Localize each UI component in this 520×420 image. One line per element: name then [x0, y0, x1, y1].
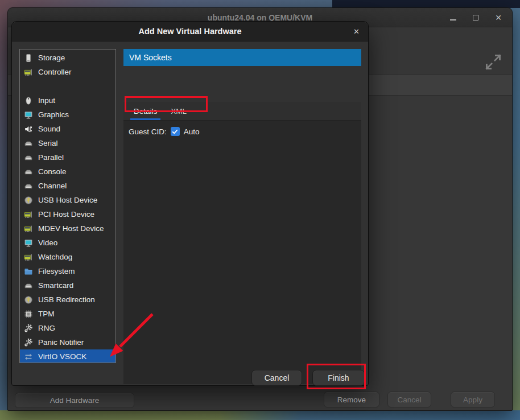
- sidebar-item-serial[interactable]: Serial: [20, 136, 115, 150]
- sidebar-item-label: Video: [38, 238, 57, 247]
- check-icon: [171, 128, 179, 135]
- monitor-icon: [24, 110, 33, 120]
- sidebar-item-label: Filesystem: [38, 267, 75, 275]
- sidebar-item-pci-host-device[interactable]: PCI Host Device: [20, 207, 115, 221]
- sidebar-item-label: Parallel: [38, 153, 64, 162]
- sidebar-item-tpm[interactable]: TPM: [20, 307, 115, 321]
- port-icon: [24, 139, 33, 148]
- pci-card-icon: [24, 224, 33, 233]
- sidebar-item-filesystem[interactable]: Filesystem: [20, 264, 115, 278]
- tab-xml[interactable]: XML: [164, 102, 193, 120]
- sidebar-item-console[interactable]: Console: [20, 164, 115, 179]
- dialog-titlebar: Add New Virtual Hardware ✕: [12, 22, 368, 42]
- sidebar-item-label: Console: [38, 167, 67, 176]
- dialog-content: VM Sockets DetailsXML Guest CID: Auto: [123, 49, 361, 384]
- cancel-button[interactable]: Cancel: [251, 370, 302, 386]
- wallpaper-dark-strip: [332, 0, 520, 8]
- auto-checkbox-label: Auto: [184, 127, 200, 136]
- sidebar-item-label: Input: [38, 96, 55, 105]
- hardware-type-list: StorageControllerInputGraphicsSoundSeria…: [19, 49, 116, 363]
- sidebar-item-label: VirtIO VSOCK: [38, 352, 86, 361]
- gears-icon: [24, 324, 33, 333]
- sidebar-item-label: PCI Host Device: [38, 210, 94, 219]
- add-hardware-button[interactable]: Add Hardware: [15, 393, 134, 408]
- port-icon: [24, 182, 33, 191]
- sidebar-item-label: Sound: [38, 125, 60, 133]
- sidebar-item-parallel[interactable]: Parallel: [20, 150, 115, 164]
- sidebar-item-input[interactable]: Input: [20, 93, 115, 108]
- sidebar-item-label: Graphics: [38, 110, 69, 119]
- sidebar-item-smartcard[interactable]: Smartcard: [20, 278, 115, 293]
- add-hardware-dialog: Add New Virtual Hardware ✕ StorageContro…: [11, 21, 369, 386]
- sidebar-item-rng[interactable]: RNG: [20, 321, 115, 335]
- maximize-icon[interactable]: [471, 13, 480, 22]
- port-icon: [24, 167, 33, 176]
- sidebar-item-label: MDEV Host Device: [38, 224, 104, 233]
- folder-icon: [24, 267, 33, 276]
- mouse-icon: [24, 96, 33, 105]
- monitor-icon: [24, 238, 33, 248]
- sidebar-spacer: [20, 79, 115, 93]
- chip-icon: [24, 310, 33, 319]
- pci-card-icon: [24, 253, 33, 262]
- tab-strip: DetailsXML: [123, 102, 361, 121]
- sidebar-item-mdev-host-device[interactable]: MDEV Host Device: [20, 221, 115, 236]
- sidebar-item-label: Channel: [38, 182, 67, 190]
- tab-details[interactable]: Details: [127, 102, 164, 120]
- minimize-icon[interactable]: [448, 13, 457, 22]
- sidebar-item-sound[interactable]: Sound: [20, 122, 115, 136]
- cancel-button: Cancel: [387, 392, 431, 407]
- sidebar-item-label: USB Host Device: [38, 196, 97, 204]
- sidebar-item-panic-notifier[interactable]: Panic Notifier: [20, 335, 115, 349]
- sidebar-item-label: RNG: [38, 324, 55, 332]
- guest-cid-row: Guest CID: Auto: [123, 121, 361, 136]
- port-icon: [24, 281, 33, 290]
- sidebar-item-controller[interactable]: Controller: [20, 65, 115, 79]
- desktop: ubuntu24.04 on QEMU/KVM ✕ Add HardwareRe…: [0, 0, 520, 420]
- port-icon: [24, 153, 33, 162]
- sidebar-item-usb-host-device[interactable]: USB Host Device: [20, 193, 115, 207]
- sidebar-item-label: Serial: [38, 139, 58, 147]
- usb-icon: [24, 295, 33, 304]
- sidebar-item-channel[interactable]: Channel: [20, 179, 115, 193]
- sidebar-item-label: Panic Notifier: [38, 338, 84, 347]
- wallpaper-bottom-strip: [0, 410, 520, 420]
- sidebar-item-video[interactable]: Video: [20, 236, 115, 250]
- sidebar-item-label: Watchdog: [38, 253, 72, 261]
- speaker-icon: [24, 125, 33, 134]
- pci-card-icon: [24, 210, 33, 219]
- page-title: VM Sockets: [123, 49, 361, 66]
- sidebar-item-label: Smartcard: [38, 281, 73, 290]
- gears-icon: [24, 338, 33, 347]
- sidebar-item-storage[interactable]: Storage: [20, 51, 115, 65]
- sidebar-item-usb-redirection[interactable]: USB Redirection: [20, 293, 115, 307]
- dialog-title: Add New Virtual Hardware: [12, 22, 368, 42]
- remove-button[interactable]: Remove: [324, 392, 379, 407]
- pci-card-icon: [24, 68, 33, 77]
- sidebar-item-virtio-vsock[interactable]: VirtIO VSOCK: [20, 349, 115, 363]
- guest-cid-label: Guest CID:: [129, 127, 167, 136]
- close-icon[interactable]: ✕: [494, 13, 503, 22]
- sidebar-item-label: TPM: [38, 310, 55, 318]
- sidebar-item-graphics[interactable]: Graphics: [20, 108, 115, 122]
- sidebar-item-label: Storage: [38, 53, 65, 62]
- fullscreen-icon[interactable]: [485, 53, 502, 71]
- auto-checkbox[interactable]: [171, 127, 180, 136]
- sidebar-item-label: USB Redirection: [38, 295, 95, 304]
- finish-button[interactable]: Finish: [312, 370, 365, 386]
- usb-icon: [24, 196, 33, 205]
- storage-icon: [24, 53, 33, 63]
- swap-arrows-icon: [24, 352, 33, 361]
- sidebar-item-label: Controller: [38, 68, 72, 76]
- apply-button: Apply: [451, 392, 495, 407]
- details-notebook: DetailsXML Guest CID: Auto: [123, 102, 361, 384]
- sidebar-item-watchdog[interactable]: Watchdog: [20, 250, 115, 264]
- dialog-close-icon[interactable]: ✕: [353, 22, 360, 42]
